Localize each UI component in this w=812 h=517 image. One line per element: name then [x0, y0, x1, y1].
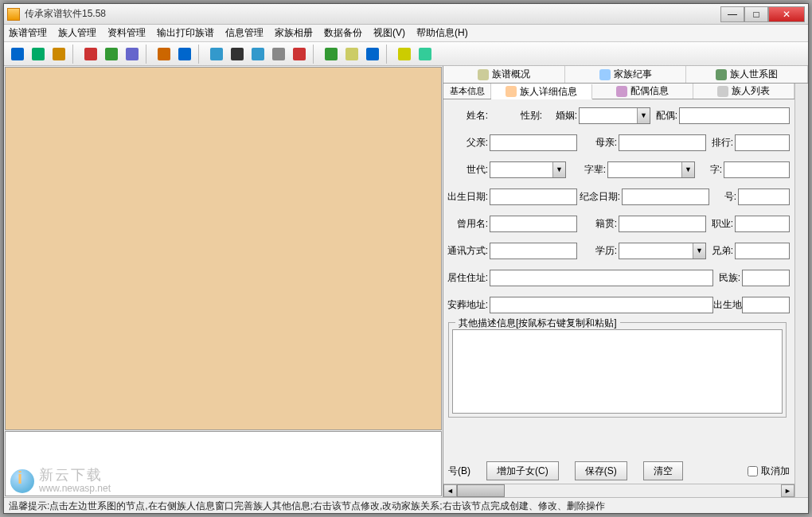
tab-族人列表[interactable]: 族人列表: [693, 84, 794, 99]
button-row: 号(B) 增加子女(C) 保存(S) 清空 取消加: [443, 458, 794, 484]
tag-icon[interactable]: [322, 45, 341, 64]
chat-icon[interactable]: [395, 45, 414, 64]
clear-button[interactable]: 清空: [643, 461, 683, 480]
user-del-icon[interactable]: [102, 45, 121, 64]
label-origin: 籍贯:: [577, 217, 619, 231]
scroll-thumb[interactable]: [457, 484, 505, 497]
tree-canvas[interactable]: [5, 67, 442, 430]
user-add-icon[interactable]: [81, 45, 100, 64]
left-pane: 新云下载 www.newasp.net: [4, 66, 443, 497]
h-scrollbar[interactable]: ◄ ►: [443, 484, 794, 497]
titlebar[interactable]: 传承家谱软件15.58 — □ ✕: [4, 4, 808, 25]
copy-icon[interactable]: [207, 45, 226, 64]
user-edit-icon[interactable]: [123, 45, 142, 64]
tab-家族纪事[interactable]: 家族纪事: [565, 66, 687, 83]
tab-族谱概况[interactable]: 族谱概况: [443, 66, 565, 83]
toolbar: [4, 42, 808, 66]
address-input[interactable]: [490, 270, 713, 286]
layers-icon[interactable]: [248, 45, 267, 64]
app-icon: [7, 8, 20, 21]
label-job: 职业:: [706, 217, 735, 231]
export-icon[interactable]: [49, 45, 68, 64]
cancel-add-input[interactable]: [748, 466, 758, 476]
menu-item[interactable]: 帮助信息(H): [416, 26, 468, 40]
label-edu: 学历:: [577, 244, 619, 258]
menu-item[interactable]: 数据备份: [324, 26, 362, 40]
folder-icon[interactable]: [342, 45, 361, 64]
window-title: 传承家谱软件15.58: [25, 7, 720, 21]
label-zibei: 字辈:: [566, 163, 607, 177]
cancel-add-checkbox[interactable]: 取消加: [748, 465, 790, 478]
tab-族人世系图[interactable]: 族人世系图: [686, 66, 808, 83]
label-brother: 兄弟:: [706, 244, 735, 258]
minimize-button[interactable]: —: [720, 6, 744, 22]
origin-input[interactable]: [619, 216, 706, 232]
tab-配偶信息[interactable]: 配偶信息: [592, 84, 693, 99]
gear-icon[interactable]: [269, 45, 288, 64]
font-a-icon[interactable]: [363, 45, 382, 64]
label-birthplace: 出生地址:: [713, 300, 742, 309]
formername-input[interactable]: [490, 216, 577, 232]
birthplace-input[interactable]: [742, 297, 790, 313]
label-gender: 性别:: [490, 109, 544, 122]
label-formername: 曾用名:: [445, 217, 490, 231]
list-icon: [717, 86, 728, 97]
add-child-button[interactable]: 增加子女(C): [486, 461, 559, 480]
zibei-select[interactable]: [607, 161, 695, 178]
label-memdate: 纪念日期:: [577, 190, 622, 204]
menu-item[interactable]: 家族相册: [275, 26, 313, 40]
mother-input[interactable]: [619, 134, 706, 151]
burial-input[interactable]: [490, 297, 713, 313]
book-icon[interactable]: [8, 45, 27, 64]
rank-input[interactable]: [735, 134, 790, 151]
spouse-input[interactable]: [679, 107, 790, 124]
menu-item[interactable]: 族谱管理: [9, 26, 47, 40]
preview-panel: 新云下载 www.newasp.net: [5, 431, 442, 496]
edu-select[interactable]: [619, 243, 706, 259]
scroll-right-icon[interactable]: ►: [781, 484, 794, 497]
marriage-select[interactable]: [579, 107, 650, 124]
label-spouse: 配偶:: [650, 109, 679, 122]
menu-item[interactable]: 资料管理: [107, 26, 146, 40]
sub-tabs: 基本信息族人详细信息配偶信息族人列表: [443, 84, 794, 99]
zi-input[interactable]: [724, 161, 790, 178]
group-icon[interactable]: [154, 45, 174, 64]
menu-item[interactable]: 族人管理: [58, 26, 96, 40]
btn-hao[interactable]: 号(B): [448, 465, 470, 478]
close-button[interactable]: ✕: [768, 6, 805, 22]
label-hao: 号:: [709, 190, 738, 204]
description-textarea[interactable]: [452, 329, 783, 414]
father-input[interactable]: [490, 134, 577, 151]
hao-input[interactable]: [738, 189, 790, 205]
job-input[interactable]: [735, 216, 790, 232]
nation-input[interactable]: [742, 270, 790, 286]
brother-input[interactable]: [735, 243, 790, 259]
label-generation: 世代:: [445, 163, 490, 177]
watermark-icon: [10, 469, 34, 493]
person-form: 姓名: 性别: 婚姻: 配偶: 父亲: 母亲: 排行:: [443, 99, 794, 458]
window-icon[interactable]: [416, 45, 435, 64]
v-scrollbar[interactable]: [794, 84, 808, 497]
maximize-button[interactable]: □: [744, 6, 768, 22]
save-button[interactable]: 保存(S): [575, 461, 627, 480]
scroll-left-icon[interactable]: ◄: [443, 484, 457, 497]
menu-item[interactable]: 信息管理: [225, 26, 264, 40]
memdate-input[interactable]: [622, 189, 709, 205]
right-pane: 族谱概况家族纪事族人世系图 基本信息族人详细信息配偶信息族人列表 姓名: 性别:…: [443, 66, 808, 497]
birthdate-input[interactable]: [490, 189, 577, 205]
label-marriage: 婚姻:: [544, 109, 579, 122]
find-icon[interactable]: [228, 45, 247, 64]
generation-select[interactable]: [490, 161, 566, 178]
chart-icon[interactable]: [290, 45, 309, 64]
contact-input[interactable]: [490, 243, 577, 259]
tree-icon: [716, 69, 727, 80]
book-icon: [478, 69, 489, 80]
menu-item[interactable]: 视图(V): [373, 26, 405, 40]
globe-icon[interactable]: [29, 45, 48, 64]
menu-item[interactable]: 输出打印族谱: [157, 26, 214, 40]
label-burial: 安葬地址:: [445, 298, 490, 312]
status-bar: 温馨提示:点击左边世系图的节点,在右侧族人信息窗口完善族人其他信息;右击该节点修…: [4, 497, 808, 513]
label-rank: 排行:: [706, 136, 735, 150]
tab-族人详细信息[interactable]: 族人详细信息: [491, 84, 592, 99]
people-icon[interactable]: [175, 45, 194, 64]
